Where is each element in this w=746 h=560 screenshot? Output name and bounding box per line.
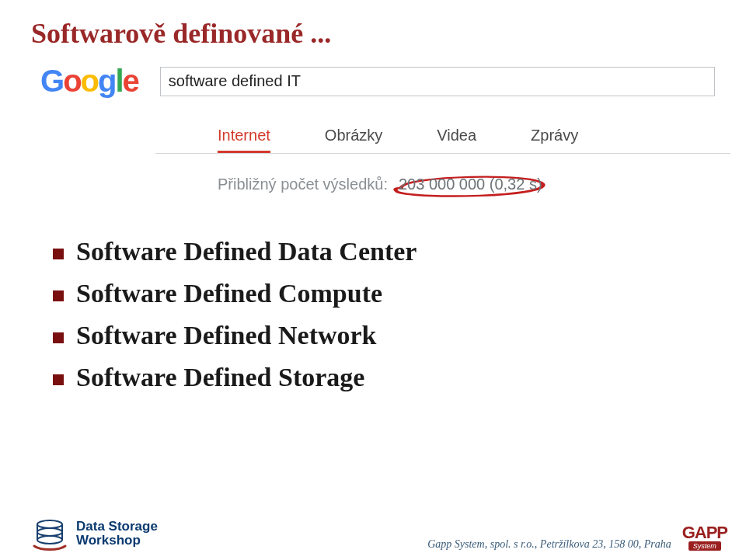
slide: Softwarově definované ... G o o g l e so…: [0, 0, 746, 560]
tab-videos[interactable]: Videa: [437, 127, 476, 153]
workshop-line2: Workshop: [76, 534, 158, 548]
logo-letter: g: [98, 64, 115, 99]
tab-separator: [155, 153, 730, 154]
footer-tagline: Gapp System, spol. s r.o., Petržílkova 2…: [427, 538, 671, 551]
tab-internet[interactable]: Internet: [218, 127, 270, 153]
svg-point-2: [37, 536, 62, 544]
gapp-sub: System: [688, 541, 721, 551]
slide-title: Softwarově definované ...: [31, 17, 715, 50]
list-item: Software Defined Compute: [48, 279, 715, 308]
svg-point-1: [37, 528, 62, 536]
search-value: software defined IT: [169, 72, 301, 90]
tab-news[interactable]: Zprávy: [531, 127, 578, 153]
bullet-list: Software Defined Data Center Software De…: [48, 237, 715, 392]
search-tabs: Internet Obrázky Videa Zprávy: [218, 127, 715, 153]
gapp-text: GAPP: [682, 523, 727, 543]
workshop-line1: Data Storage: [76, 520, 158, 534]
logo-letter: l: [115, 64, 122, 99]
logo-letter: o: [63, 64, 80, 99]
logo-letter: o: [81, 64, 98, 99]
storage-stack-icon: [31, 517, 68, 551]
svg-point-0: [37, 520, 62, 528]
search-input[interactable]: software defined IT: [160, 67, 715, 96]
tab-images[interactable]: Obrázky: [325, 127, 382, 153]
google-logo: G o o g l e: [40, 64, 138, 99]
list-item: Software Defined Network: [48, 321, 715, 350]
workshop-logo: Data Storage Workshop: [31, 517, 158, 551]
results-count: 203 000 000 (0,32 s): [399, 176, 542, 193]
slide-footer: Data Storage Workshop Gapp System, spol.…: [31, 517, 727, 551]
list-item: Software Defined Data Center: [48, 237, 715, 266]
results-count-row: Přibližný počet výsledků: 203 000 000 (0…: [218, 174, 715, 195]
logo-letter: G: [40, 64, 63, 99]
logo-letter: e: [123, 64, 138, 99]
footer-right: Gapp System, spol. s r.o., Petržílkova 2…: [427, 523, 727, 551]
list-item: Software Defined Storage: [48, 363, 715, 392]
search-row: G o o g l e software defined IT: [31, 64, 715, 99]
workshop-text: Data Storage Workshop: [76, 520, 158, 548]
results-prefix: Přibližný počet výsledků:: [218, 176, 388, 193]
results-highlight: 203 000 000 (0,32 s): [392, 174, 549, 195]
gapp-logo: GAPP System: [682, 523, 727, 551]
